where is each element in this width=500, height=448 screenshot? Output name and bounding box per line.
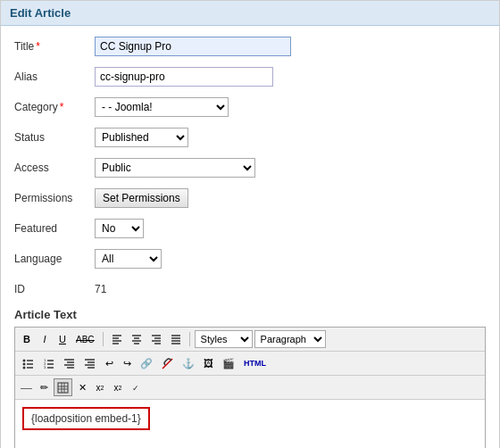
delete-button[interactable]: ✕ (74, 378, 90, 396)
title-label: Title* (14, 40, 95, 53)
language-select[interactable]: All (95, 249, 162, 269)
image-button[interactable]: 🖼 (200, 354, 217, 372)
unordered-list-button[interactable] (19, 354, 38, 372)
svg-point-18 (23, 362, 26, 365)
align-center-icon (131, 334, 142, 344)
table-button[interactable] (54, 378, 72, 396)
id-label: ID (14, 283, 95, 295)
spellcheck-button[interactable]: ✓ (128, 378, 146, 396)
svg-text:3.: 3. (44, 365, 46, 369)
permissions-label: Permissions (14, 192, 95, 204)
title-input[interactable] (95, 37, 291, 56)
spellcheck-icon: ✓ (131, 382, 143, 394)
superscript-button[interactable]: x2 (92, 378, 108, 396)
align-right-icon (151, 334, 162, 344)
svg-text:✓: ✓ (132, 384, 139, 393)
align-left-button[interactable] (108, 330, 126, 348)
toolbar-separator2 (189, 332, 190, 346)
subscript-button[interactable]: x2 (110, 378, 126, 396)
access-label: Access (14, 162, 95, 174)
outdent-icon (63, 358, 75, 369)
toolbar-row1: B I U ABC Styl (15, 328, 485, 352)
alias-input[interactable] (95, 67, 273, 87)
editor-wrapper: B I U ABC Styl (14, 327, 486, 448)
undo-button[interactable]: ↩ (101, 354, 117, 372)
edit-button[interactable]: ✏ (36, 378, 52, 396)
required-star: * (36, 40, 40, 53)
access-select[interactable]: Public (95, 158, 255, 178)
hr-icon: — (19, 381, 34, 394)
format-select[interactable]: Paragraph (254, 330, 326, 348)
title-row: Title* (14, 35, 486, 58)
featured-label: Featured (14, 222, 95, 235)
header-title: Edit Article (10, 6, 71, 20)
align-left-icon (112, 334, 122, 344)
italic-button[interactable]: I (37, 330, 53, 348)
svg-point-16 (23, 359, 26, 361)
category-row: Category* - - Joomla! (14, 95, 486, 119)
alias-row: Alias (14, 65, 486, 88)
status-label: Status (14, 131, 95, 144)
styles-select[interactable]: Styles (195, 330, 253, 348)
underline-button[interactable]: U (54, 330, 71, 348)
form-area: Title* Alias Category* - - Joomla! Statu… (1, 26, 499, 448)
toolbar-row3: — ✏ ✕ x2 x2 ✓ (15, 376, 485, 400)
indent-icon (84, 358, 96, 369)
align-justify-icon (171, 334, 181, 344)
unlink-button[interactable] (158, 354, 177, 372)
language-label: Language (14, 253, 95, 265)
category-label: Category* (14, 101, 95, 113)
id-value: 71 (95, 283, 106, 295)
ordered-list-icon: 1.2.3. (43, 358, 54, 369)
editor-content[interactable]: {loadposition embed-1} (15, 400, 485, 448)
ordered-list-button[interactable]: 1.2.3. (39, 354, 58, 372)
id-row: ID 71 (14, 278, 486, 301)
category-select[interactable]: - - Joomla! (95, 97, 229, 117)
align-justify-button[interactable] (167, 330, 185, 348)
svg-rect-37 (58, 383, 68, 393)
toolbar-row2: 1.2.3. ↩ ↪ 🔗 ⚓ 🖼 🎬 HTML (15, 352, 485, 376)
unlink-icon (162, 358, 173, 369)
anchor-button[interactable]: ⚓ (179, 354, 198, 372)
align-right-button[interactable] (147, 330, 165, 348)
loadposition-content: {loadposition embed-1} (22, 407, 150, 430)
align-center-button[interactable] (128, 330, 146, 348)
status-row: Status Published (14, 126, 486, 149)
set-permissions-button[interactable]: Set Permissions (95, 188, 188, 208)
redo-button[interactable]: ↪ (119, 354, 135, 372)
indent-button[interactable] (80, 354, 99, 372)
language-row: Language All (14, 247, 486, 270)
featured-select[interactable]: No (95, 219, 144, 238)
outdent-button[interactable] (60, 354, 79, 372)
svg-point-20 (23, 366, 26, 369)
unordered-list-icon (22, 358, 34, 369)
article-text-label: Article Text (14, 308, 486, 321)
toolbar-separator1 (103, 332, 104, 346)
required-star-cat: * (60, 101, 64, 113)
permissions-row: Permissions Set Permissions (14, 187, 486, 210)
featured-row: Featured No (14, 217, 486, 240)
status-select[interactable]: Published (95, 128, 188, 147)
strikethrough-button[interactable]: ABC (72, 330, 98, 348)
alias-label: Alias (14, 71, 95, 83)
media-button[interactable]: 🎬 (219, 354, 238, 372)
edit-article-header: Edit Article (1, 1, 499, 26)
html-button[interactable]: HTML (240, 354, 270, 372)
link-button[interactable]: 🔗 (137, 354, 156, 372)
access-row: Access Public (14, 156, 486, 179)
table-icon (57, 382, 69, 394)
bold-button[interactable]: B (19, 330, 35, 348)
